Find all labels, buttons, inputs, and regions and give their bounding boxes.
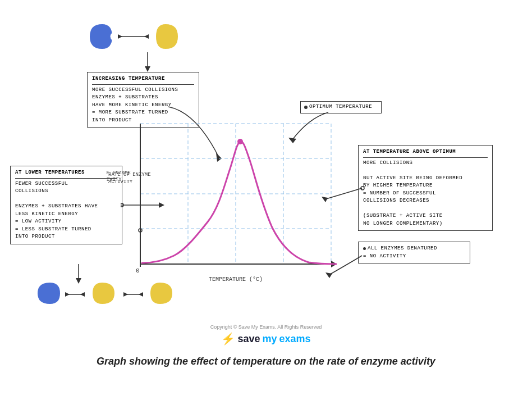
lightning-icon: ⚡ bbox=[221, 332, 235, 346]
lower-temps-line2: COLLISIONS bbox=[15, 188, 117, 196]
arrows-bottom-left bbox=[65, 289, 88, 300]
copyright: Copyright © Save My Exams. All Rights Re… bbox=[0, 324, 532, 330]
brand-save: save bbox=[237, 333, 260, 345]
svg-text:TEMPERATURE (°C): TEMPERATURE (°C) bbox=[209, 276, 263, 283]
y-axis-label: RATE OF ENZYMEACTIVITY bbox=[108, 171, 151, 185]
svg-marker-38 bbox=[76, 278, 81, 284]
svg-marker-3 bbox=[144, 34, 149, 39]
arrow-down-to-box bbox=[142, 52, 153, 72]
svg-marker-41 bbox=[139, 292, 143, 297]
denatured-line1: ALL ENZYMES DENATURED bbox=[363, 245, 465, 253]
svg-text:0: 0 bbox=[136, 267, 140, 274]
arrows-bottom-center bbox=[123, 289, 146, 300]
lower-temps-line6: = LESS SUBSTRATE TURNED bbox=[15, 226, 117, 234]
above-optimum-box: AT TEMPERATURE ABOVE OPTIMUM MORE COLLIS… bbox=[358, 145, 493, 231]
lower-temps-line7: INTO PRODUCT bbox=[15, 233, 117, 241]
arrow-optimum bbox=[275, 110, 331, 149]
svg-point-25 bbox=[237, 139, 243, 144]
svg-marker-42 bbox=[145, 290, 150, 297]
svg-marker-40 bbox=[123, 292, 128, 297]
svg-marker-29 bbox=[322, 197, 328, 202]
svg-marker-36 bbox=[87, 290, 93, 297]
above-optimum-title: AT TEMPERATURE ABOVE OPTIMUM bbox=[363, 148, 488, 158]
increasing-temp-title: INCREASING TEMPERATURE bbox=[92, 75, 194, 85]
arrow-to-bottom-enzyme bbox=[73, 264, 84, 284]
above-opt-line1: MORE COLLISIONS bbox=[363, 160, 488, 167]
enzyme-bottom-center-right bbox=[145, 281, 176, 306]
above-opt-spacer bbox=[363, 167, 488, 175]
svg-marker-2 bbox=[118, 34, 122, 39]
lower-temps-line1: FEWER SUCCESSFUL bbox=[15, 180, 117, 188]
lower-temps-title: AT LOWER TEMPERATURES bbox=[15, 169, 117, 179]
enzyme-top-right bbox=[150, 21, 181, 52]
above-opt-line4: = NUMBER OF SUCCESSFUL bbox=[363, 190, 488, 198]
lower-temps-box: AT LOWER TEMPERATURES FEWER SUCCESSFUL C… bbox=[10, 166, 122, 244]
svg-marker-0 bbox=[112, 33, 118, 40]
caption: Graph showing the effect of temperature … bbox=[63, 348, 469, 380]
arrow-denatured bbox=[320, 247, 365, 281]
brand-logo: ⚡ save my exams bbox=[0, 332, 532, 346]
arrow-above-optimum bbox=[320, 174, 365, 208]
enzyme-bottom-right bbox=[87, 281, 118, 306]
above-opt-line3: BY HIGHER TEMPERATURE bbox=[363, 182, 488, 190]
svg-marker-6 bbox=[145, 66, 150, 72]
svg-marker-34 bbox=[65, 292, 70, 297]
lower-temps-line5: = LOW ACTIVITY bbox=[15, 218, 117, 226]
increasing-temp-line2: ENZYMES + SUBSTRATES bbox=[92, 94, 194, 102]
arrows-top bbox=[118, 31, 152, 42]
denatured-line2: = NO ACTIVITY bbox=[363, 253, 465, 261]
above-opt-line2: BUT ACTIVE SITE BEING DEFORMED bbox=[363, 175, 488, 183]
svg-marker-27 bbox=[288, 138, 296, 143]
brand-exams: exams bbox=[279, 333, 311, 345]
svg-line-28 bbox=[324, 188, 362, 199]
svg-marker-4 bbox=[150, 33, 156, 40]
lower-temps-spacer bbox=[15, 196, 117, 203]
above-opt-line7: NO LONGER COMPLEMENTARY) bbox=[363, 220, 488, 228]
lower-temps-line3: ENZYMES + SUBSTRATES HAVE bbox=[15, 203, 117, 211]
brand-my: my bbox=[262, 333, 277, 345]
increasing-temp-line1: MORE SUCCESSFUL COLLISIONS bbox=[92, 87, 194, 94]
enzyme-top-left bbox=[87, 21, 118, 52]
denatured-box: ALL ENZYMES DENATURED = NO ACTIVITY bbox=[358, 242, 470, 263]
diagram-container: INCREASING TEMPERATURE MORE SUCCESSFUL C… bbox=[0, 0, 532, 348]
above-opt-spacer2 bbox=[363, 205, 488, 213]
svg-marker-35 bbox=[80, 292, 85, 297]
lower-temps-line4: LESS KINETIC ENERGY bbox=[15, 211, 117, 219]
above-opt-line6: (SUBSTRATE + ACTIVE SITE bbox=[363, 212, 488, 220]
above-opt-line5: COLLISIONS DECREASES bbox=[363, 197, 488, 205]
enzyme-bottom-left bbox=[35, 281, 66, 306]
